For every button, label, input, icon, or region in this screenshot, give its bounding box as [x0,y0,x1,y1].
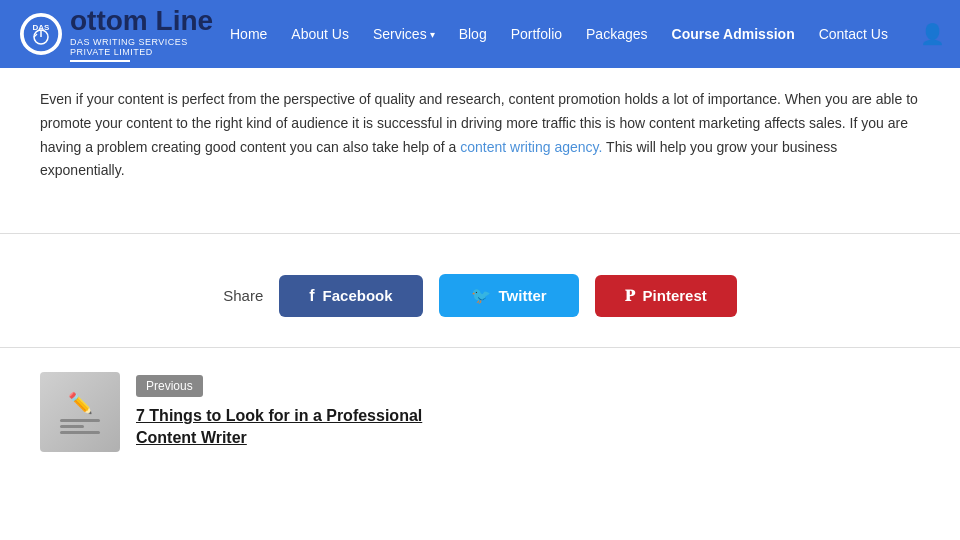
top-divider [0,233,960,234]
share-section: Share f Facebook 🐦 Twitter 𝐏 Pinterest [0,254,960,347]
nav-about[interactable]: About Us [291,26,349,42]
site-subtitle-line1: DAS WRITING SERVICES [70,37,213,48]
main-content: Even if your content is perfect from the… [0,68,960,213]
logo-icon: DAS [20,13,62,55]
pinterest-icon: 𝐏 [625,287,635,305]
thumbnail-pencil-icon: ✏️ [68,391,93,415]
previous-post-title[interactable]: 7 Things to Look for in a Professional C… [136,405,422,450]
previous-badge: Previous [136,375,203,397]
main-nav: Home About Us Services ▾ Blog Portfolio … [230,22,945,46]
nav-course[interactable]: Course Admission [672,26,795,42]
previous-post-thumbnail: ✏️ [40,372,120,452]
nav-portfolio[interactable]: Portfolio [511,26,562,42]
site-subtitle-line2: PRIVATE LIMITED [70,47,213,58]
article-body: Even if your content is perfect from the… [40,88,920,183]
previous-post-text: Previous 7 Things to Look for in a Profe… [136,375,422,450]
site-title: ottom Line [70,6,213,37]
share-label: Share [223,287,263,304]
logo-area: DAS ottom Line DAS WRITING SERVICES PRIV… [20,6,230,62]
nav-packages[interactable]: Packages [586,26,647,42]
nav-services[interactable]: Services ▾ [373,26,435,42]
prev-next-section: ✏️ Previous 7 Things to Look for in a Pr… [0,348,960,476]
content-agency-link[interactable]: content writing agency. [460,139,602,155]
facebook-icon: f [309,287,314,305]
facebook-share-button[interactable]: f Facebook [279,275,422,317]
logo-underline [70,60,130,62]
twitter-share-button[interactable]: 🐦 Twitter [439,274,579,317]
header: DAS ottom Line DAS WRITING SERVICES PRIV… [0,0,960,68]
thumbnail-lines [60,419,100,434]
pinterest-share-button[interactable]: 𝐏 Pinterest [595,275,737,317]
nav-home[interactable]: Home [230,26,267,42]
nav-contact[interactable]: Contact Us [819,26,888,42]
services-chevron-icon: ▾ [430,29,435,40]
user-icon[interactable]: 👤 [920,22,945,46]
twitter-icon: 🐦 [471,286,491,305]
logo-text: ottom Line DAS WRITING SERVICES PRIVATE … [70,6,213,62]
nav-blog[interactable]: Blog [459,26,487,42]
